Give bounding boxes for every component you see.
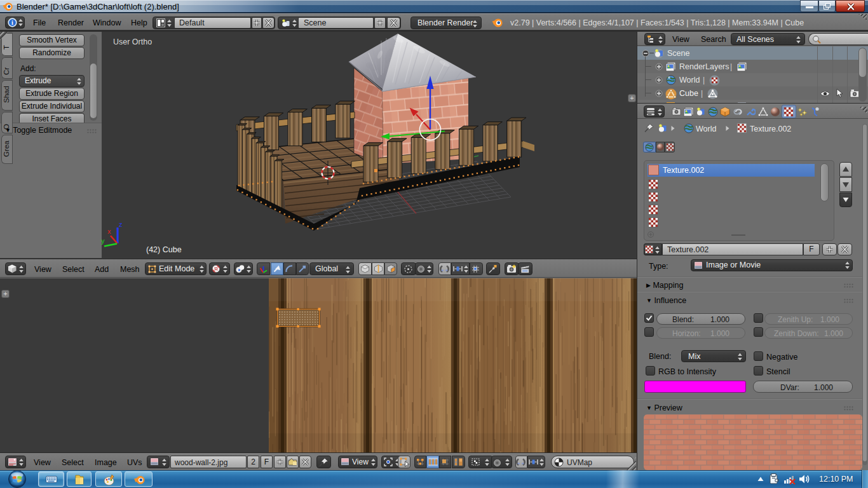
svg-text:i: i: [11, 19, 13, 26]
svg-text:z: z: [119, 221, 123, 228]
svg-text:x: x: [107, 227, 111, 235]
svg-text:y: y: [101, 237, 105, 245]
